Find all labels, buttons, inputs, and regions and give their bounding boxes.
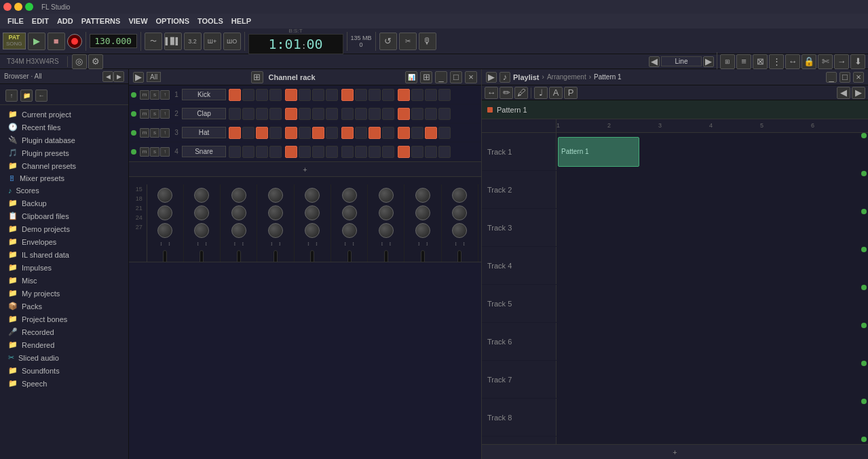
download-icon[interactable]: ⬇: [850, 54, 865, 69]
channel-icon[interactable]: Ш+: [204, 33, 221, 50]
step-4-2[interactable]: [256, 146, 268, 158]
step-1-14[interactable]: [425, 89, 437, 101]
step-4-4[interactable]: [285, 146, 297, 158]
mixer-fader-track-1[interactable]: [200, 250, 204, 262]
pl-scroll-right[interactable]: ▶: [852, 87, 865, 99]
pl-tb-draw[interactable]: 🖊: [514, 87, 528, 99]
step-1-0[interactable]: [229, 89, 241, 101]
step-1-10[interactable]: [369, 89, 381, 101]
mixer-knob-4-0[interactable]: [305, 188, 320, 203]
step-1-7[interactable]: [326, 89, 338, 101]
step-2-14[interactable]: [425, 108, 437, 120]
meter-icon[interactable]: 3.2: [184, 33, 202, 50]
step-1-15[interactable]: [438, 89, 451, 101]
step-4-10[interactable]: [369, 146, 381, 158]
sidebar-item-my-projects[interactable]: 📁My projects: [0, 287, 128, 300]
ch-name-3[interactable]: Hat: [182, 127, 226, 138]
step-3-6[interactable]: [312, 127, 324, 139]
mixer-icon[interactable]: ШО: [223, 33, 241, 50]
mixer-knob-1-0[interactable]: [194, 188, 209, 203]
pl-scroll-left[interactable]: ◀: [837, 87, 850, 99]
ch-solo-1[interactable]: s: [150, 90, 159, 100]
sidebar-item-recent-files[interactable]: 🕐Recent files: [0, 121, 128, 134]
step-4-3[interactable]: [269, 146, 282, 158]
pl-tb-move[interactable]: ↔: [485, 87, 498, 99]
mixer-knob-6-1[interactable]: [379, 205, 394, 220]
mixer-fader-track-4[interactable]: [310, 250, 314, 262]
mixer-knob-5-0[interactable]: [342, 188, 357, 203]
mixer-knob-8-1[interactable]: [452, 205, 467, 220]
eq-icon[interactable]: ▌▊▌: [164, 33, 182, 50]
step-1-8[interactable]: [341, 89, 354, 101]
sidebar-up-icon[interactable]: ↑: [5, 89, 18, 102]
step-1-13[interactable]: [411, 89, 423, 101]
mixer-knob-0-1[interactable]: [157, 205, 172, 220]
step-3-11[interactable]: [382, 127, 394, 139]
arrow-icon[interactable]: →: [834, 54, 849, 69]
line-mode-select[interactable]: Line: [661, 56, 702, 66]
pattern-block-1[interactable]: Pattern 1: [558, 137, 639, 167]
step-4-1[interactable]: [242, 146, 254, 158]
sidebar-item-backup[interactable]: 📁Backup: [0, 197, 128, 209]
sidebar-item-speech[interactable]: 📁Speech: [0, 377, 128, 390]
ch-name-4[interactable]: Snare: [182, 146, 226, 157]
track-content-1[interactable]: Pattern 1: [556, 133, 868, 170]
step-3-1[interactable]: [242, 127, 254, 139]
ch-solo-3[interactable]: s: [150, 128, 159, 138]
step-4-6[interactable]: [312, 146, 324, 158]
ch-mute-2[interactable]: m: [140, 109, 149, 119]
step-4-0[interactable]: [229, 146, 241, 158]
menu-patterns[interactable]: PATTERNS: [77, 16, 125, 26]
play-button[interactable]: ▶: [28, 33, 45, 50]
step-1-12[interactable]: [398, 89, 410, 101]
sidebar-item-sliced-audio[interactable]: ✂Sliced audio: [0, 351, 128, 364]
ch-mute-1[interactable]: m: [140, 90, 149, 100]
step-1-3[interactable]: [269, 89, 282, 101]
ch-up-1[interactable]: ↑: [160, 90, 170, 100]
sidebar-back-icon[interactable]: ←: [35, 89, 48, 102]
pl-minimize-btn[interactable]: _: [826, 72, 837, 83]
step-1-11[interactable]: [382, 89, 394, 101]
step-2-4[interactable]: [285, 108, 297, 120]
sidebar-collapse-btn[interactable]: ◀: [102, 71, 113, 82]
pl-char-mode[interactable]: A: [549, 87, 563, 99]
mixer-knob-1-2[interactable]: [194, 223, 209, 238]
mixer-knob-0-0[interactable]: [157, 188, 172, 203]
ch-solo-4[interactable]: s: [150, 147, 159, 157]
ch-solo-2[interactable]: s: [150, 109, 159, 119]
sidebar-item-plugin-presets[interactable]: 🎵Plugin presets: [0, 146, 128, 159]
mixer-fader-track-8[interactable]: [457, 250, 461, 262]
mixer-knob-3-1[interactable]: [268, 205, 283, 220]
pl-maximize-btn[interactable]: □: [839, 72, 850, 83]
track-content-5[interactable]: [556, 285, 868, 322]
grid-icon[interactable]: ⊞: [720, 54, 735, 69]
split-icon[interactable]: ↔: [785, 54, 800, 69]
step-3-0[interactable]: [229, 127, 241, 139]
menu-help[interactable]: HELP: [227, 16, 255, 26]
track-content-9[interactable]: [556, 437, 868, 444]
step-3-7[interactable]: [326, 127, 338, 139]
step-1-1[interactable]: [242, 89, 254, 101]
mixer-fader-track-7[interactable]: [421, 250, 425, 262]
scissors-icon[interactable]: ✄: [818, 54, 833, 69]
pat-button[interactable]: PAT SONG: [3, 33, 26, 49]
sidebar-item-channel-presets[interactable]: 📁Channel presets: [0, 159, 128, 172]
step-2-12[interactable]: [398, 108, 410, 120]
step-2-10[interactable]: [369, 108, 381, 120]
pl-arrow-icon[interactable]: ▶: [486, 72, 497, 83]
mixer-knob-2-2[interactable]: [231, 223, 246, 238]
menu-tools[interactable]: TOOLS: [193, 16, 227, 26]
mixer-knob-5-1[interactable]: [342, 205, 357, 220]
pl-pat-mode[interactable]: P: [564, 87, 578, 99]
channel-btn[interactable]: ⋮: [769, 54, 784, 69]
sidebar-item-scores[interactable]: ♪Scores: [0, 184, 128, 197]
sidebar-expand-btn[interactable]: ▶: [113, 71, 124, 82]
pl-note-mode[interactable]: ♩: [534, 87, 548, 99]
step-2-3[interactable]: [269, 108, 282, 120]
cr-minimize-icon[interactable]: _: [435, 71, 447, 83]
sidebar-item-il-shared-data[interactable]: 📁IL shared data: [0, 248, 128, 261]
step-1-2[interactable]: [256, 89, 268, 101]
track-content-7[interactable]: [556, 361, 868, 398]
mic-icon[interactable]: 🎙: [419, 33, 436, 50]
maximize-btn[interactable]: [25, 3, 33, 11]
